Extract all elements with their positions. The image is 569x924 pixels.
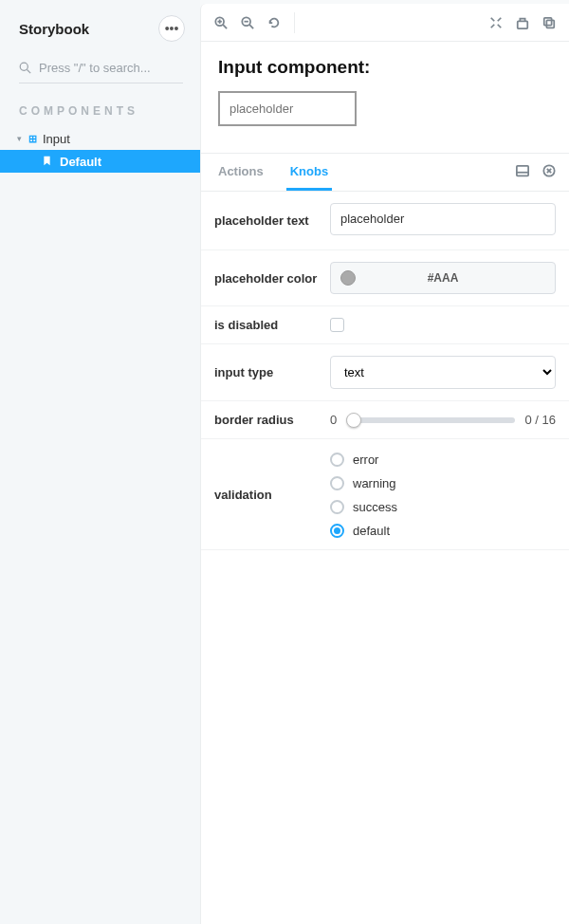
sidebar-header: Storybook •••: [0, 0, 200, 49]
zoom-in-icon[interactable]: [214, 16, 228, 29]
knob-row-is-disabled: is disabled: [201, 306, 569, 344]
color-swatch-icon: [340, 270, 356, 286]
main-panel: Input component: Actions Knobs placehold…: [200, 4, 569, 924]
svg-line-12: [498, 24, 502, 28]
toolbar-separator: [294, 12, 295, 33]
radio-label: default: [353, 524, 390, 538]
validation-radio-default[interactable]: default: [330, 524, 556, 538]
knob-label: border radius: [214, 413, 330, 427]
copy-link-icon[interactable]: [542, 16, 556, 29]
close-panel-icon[interactable]: [542, 164, 556, 180]
radio-label: success: [353, 500, 397, 514]
component-icon: ⊞: [28, 133, 37, 145]
knob-row-input-type: input type text: [201, 344, 569, 401]
svg-rect-15: [544, 17, 552, 25]
tree-item-input[interactable]: ▾ ⊞ Input: [0, 127, 200, 150]
color-value: #AAA: [428, 271, 459, 285]
knob-label: placeholder text: [214, 213, 330, 228]
radio-icon: [330, 453, 344, 467]
input-type-select[interactable]: text: [330, 356, 556, 389]
validation-radio-error[interactable]: error: [330, 453, 556, 467]
caret-down-icon: ▾: [17, 134, 25, 143]
search-icon: [19, 62, 31, 74]
story-heading: Input component:: [218, 57, 552, 78]
svg-point-0: [20, 63, 28, 70]
tab-knobs[interactable]: Knobs: [286, 154, 332, 191]
svg-line-7: [249, 25, 253, 28]
svg-line-11: [491, 24, 495, 28]
range-value-left: 0: [330, 413, 337, 427]
knob-row-placeholder-color: placeholder color #AAA: [201, 250, 569, 306]
preview-canvas: Input component:: [201, 42, 569, 154]
preview-toolbar: [201, 4, 569, 42]
knob-label: input type: [214, 365, 330, 379]
addon-tabs: Actions Knobs: [201, 154, 569, 192]
story-tree: ▾ ⊞ Input Default: [0, 127, 200, 173]
section-title-components: COMPONENTS: [0, 87, 200, 125]
fullscreen-icon[interactable]: [489, 16, 503, 29]
addons-panel: Actions Knobs placeholder text placehold…: [201, 154, 569, 924]
svg-line-9: [491, 17, 495, 21]
range-value-right: 0 / 16: [524, 413, 556, 427]
open-externally-icon[interactable]: [516, 16, 529, 29]
svg-rect-13: [518, 21, 528, 28]
ellipsis-icon: •••: [165, 21, 179, 36]
tree-item-label: Input: [43, 132, 70, 146]
demo-input-field[interactable]: [218, 91, 357, 126]
knob-row-border-radius: border radius 0 0 / 16: [201, 401, 569, 439]
search-placeholder: Press "/" to search...: [39, 61, 151, 75]
svg-rect-14: [546, 20, 554, 28]
zoom-out-icon[interactable]: [241, 16, 254, 29]
radio-label: error: [353, 453, 378, 467]
bookmark-icon: [42, 155, 52, 169]
validation-radio-group: error warning success default: [330, 451, 556, 538]
knob-row-placeholder-text: placeholder text placeholder: [201, 192, 569, 250]
radio-icon: [330, 500, 344, 514]
tab-actions[interactable]: Actions: [214, 154, 267, 191]
panel-position-icon[interactable]: [516, 164, 529, 180]
svg-line-3: [223, 25, 227, 28]
radio-icon: [330, 476, 344, 490]
slider-thumb-icon: [346, 413, 361, 428]
tree-item-label: Default: [60, 155, 101, 169]
placeholder-color-input[interactable]: #AAA: [330, 262, 556, 294]
validation-radio-success[interactable]: success: [330, 500, 556, 514]
border-radius-slider[interactable]: [346, 417, 515, 423]
radio-icon: [330, 524, 344, 538]
sidebar-menu-button[interactable]: •••: [158, 15, 185, 42]
svg-line-1: [28, 70, 31, 74]
knob-label: placeholder color: [214, 271, 330, 286]
tree-item-default[interactable]: Default: [0, 150, 200, 173]
search-input[interactable]: Press "/" to search...: [19, 55, 183, 83]
app-title: Storybook: [19, 21, 89, 37]
knob-label: validation: [214, 488, 330, 502]
validation-radio-warning[interactable]: warning: [330, 476, 556, 490]
svg-line-10: [498, 17, 502, 21]
placeholder-text-input[interactable]: placeholder: [330, 203, 556, 235]
sidebar: Storybook ••• Press "/" to search... COM…: [0, 0, 200, 924]
is-disabled-checkbox[interactable]: [330, 318, 344, 332]
knob-label: is disabled: [214, 318, 330, 332]
reset-zoom-icon[interactable]: [267, 16, 281, 29]
knob-row-validation: validation error warning success default: [201, 439, 569, 550]
radio-label: warning: [353, 476, 396, 490]
svg-rect-16: [517, 166, 528, 176]
